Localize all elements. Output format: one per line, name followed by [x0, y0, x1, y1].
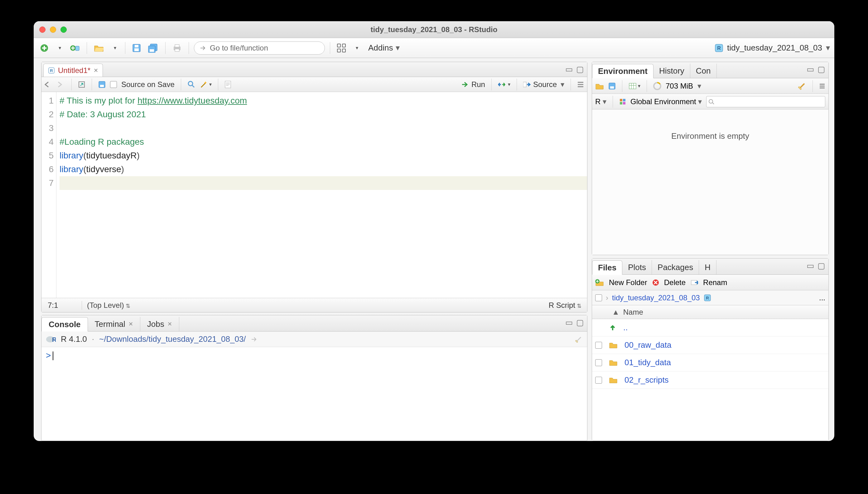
run-label: Run	[471, 80, 485, 89]
tab-plots[interactable]: Plots	[622, 260, 652, 274]
delete-label[interactable]: Delete	[664, 278, 686, 287]
sort-asc-icon[interactable]: ▲	[612, 308, 619, 317]
rename-label[interactable]: Renam	[703, 278, 727, 287]
maximize-pane-icon[interactable]: ▢	[817, 261, 825, 271]
env-scope-dropdown[interactable]: Global Environment ▾	[631, 97, 702, 106]
file-checkbox[interactable]	[595, 377, 602, 384]
rproj-icon[interactable]: R	[704, 294, 711, 302]
chevron-down-icon[interactable]: ▾	[697, 82, 701, 91]
maximize-pane-icon[interactable]: ▢	[817, 64, 825, 74]
tab-connections[interactable]: Con	[690, 64, 717, 78]
delete-button[interactable]	[652, 279, 659, 286]
save-workspace-button[interactable]	[608, 82, 616, 90]
minimize-pane-icon[interactable]: ▭	[807, 261, 814, 271]
re-run-button[interactable]	[498, 81, 510, 88]
folder-icon	[609, 359, 618, 366]
close-tab-button[interactable]: ✕	[94, 67, 98, 74]
addins-menu[interactable]: Addins ▾	[368, 43, 400, 53]
file-checkbox[interactable]	[595, 359, 602, 366]
memory-label[interactable]: 703 MiB	[666, 82, 693, 91]
nav-forward-button[interactable]	[57, 81, 65, 88]
nav-back-button[interactable]	[44, 81, 53, 88]
environment-pane: Environment History Con ▭ ▢ 703 MiB	[592, 62, 829, 255]
file-row[interactable]: ..	[592, 319, 828, 337]
save-all-button[interactable]	[146, 42, 160, 54]
goto-file-function-input[interactable]: Go to file/function	[194, 41, 325, 55]
files-breadcrumb[interactable]: tidy_tuesday_2021_08_03	[612, 293, 700, 302]
env-language-dropdown[interactable]: R ▾	[595, 97, 606, 106]
more-button[interactable]: ...	[819, 293, 825, 302]
clear-console-button[interactable]	[575, 335, 583, 343]
find-button[interactable]	[187, 80, 195, 89]
tab-terminal[interactable]: Terminal✕	[88, 317, 140, 331]
compile-report-button[interactable]	[225, 80, 231, 89]
svg-rect-29	[623, 99, 625, 101]
outline-button[interactable]	[577, 81, 584, 88]
window-title: tidy_tuesday_2021_08_03 - RStudio	[34, 25, 834, 34]
svg-text:R: R	[50, 68, 53, 73]
show-in-new-window-button[interactable]	[78, 81, 85, 88]
magic-wand-button[interactable]	[200, 80, 212, 89]
clear-env-button[interactable]	[797, 82, 806, 91]
source-tab[interactable]: R Untitled1* ✕	[43, 64, 103, 77]
file-name: ..	[623, 323, 628, 332]
file-row[interactable]: 02_r_scripts	[592, 372, 828, 389]
open-recent-dropdown[interactable]	[109, 42, 120, 54]
select-all-checkbox[interactable]	[595, 294, 602, 301]
goto-arrow-icon[interactable]	[251, 336, 257, 342]
tab-jobs[interactable]: Jobs✕	[140, 317, 179, 331]
main-toolbar: Go to file/function Addins ▾ R tidy_tues…	[34, 38, 834, 58]
save-button[interactable]	[130, 42, 143, 54]
open-file-button[interactable]	[92, 42, 106, 54]
scope-selector[interactable]: (Top Level)	[82, 301, 549, 310]
minimize-pane-icon[interactable]: ▭	[807, 64, 814, 74]
minimize-pane-icon[interactable]: ▭	[565, 318, 573, 327]
source-pane: R Untitled1* ✕ ▭ ▢	[41, 62, 587, 312]
tab-packages[interactable]: Packages	[652, 260, 699, 274]
column-name-header[interactable]: Name	[623, 308, 643, 317]
list-grid-toggle[interactable]	[819, 83, 825, 89]
language-selector[interactable]: R Script	[549, 301, 587, 310]
svg-text:R: R	[52, 336, 56, 343]
svg-rect-18	[100, 85, 104, 87]
tab-history[interactable]: History	[654, 64, 690, 78]
close-icon[interactable]: ✕	[168, 321, 172, 327]
code-editor[interactable]: 1234567 # This is my plot for https://ww…	[41, 92, 587, 298]
file-row[interactable]: 00_raw_data	[592, 337, 828, 354]
new-file-dropdown[interactable]	[54, 42, 65, 54]
console-pane: Console Terminal✕ Jobs✕ ▭ ▢ R R 4.1.0 · …	[41, 315, 587, 441]
close-icon[interactable]: ✕	[129, 321, 133, 327]
env-search-input[interactable]	[706, 96, 825, 107]
maximize-pane-icon[interactable]: ▢	[576, 64, 584, 74]
run-button[interactable]: Run	[461, 80, 485, 89]
tab-help[interactable]: H	[699, 260, 716, 274]
source-on-save-checkbox[interactable]	[110, 81, 117, 88]
svg-text:R: R	[717, 45, 721, 51]
chevron-down-icon: ▾	[396, 43, 400, 53]
env-toolbar: 703 MiB ▾	[592, 78, 828, 94]
project-menu[interactable]: R tidy_tuesday_2021_08_03 ▾	[715, 43, 830, 53]
save-source-button[interactable]	[98, 81, 106, 88]
console-body[interactable]: >	[41, 347, 587, 441]
import-dataset-button[interactable]	[629, 83, 640, 90]
load-workspace-button[interactable]	[595, 82, 604, 90]
new-folder-label[interactable]: New Folder	[609, 278, 647, 287]
print-button[interactable]	[171, 42, 184, 54]
new-file-button[interactable]	[38, 42, 51, 54]
new-folder-button[interactable]	[595, 279, 604, 286]
rename-button[interactable]	[691, 279, 698, 286]
panes-layout-button[interactable]	[335, 42, 348, 54]
tab-files[interactable]: Files	[592, 261, 622, 275]
code-area[interactable]: # This is my plot for https://www.tidytu…	[56, 92, 587, 298]
file-checkbox[interactable]	[595, 342, 602, 349]
working-directory[interactable]: ~/Downloads/tidy_tuesday_2021_08_03/	[99, 334, 246, 344]
source-script-button[interactable]: Source ▾	[523, 80, 564, 89]
tab-console[interactable]: Console	[41, 317, 88, 331]
tab-environment[interactable]: Environment	[592, 64, 654, 78]
minimize-pane-icon[interactable]: ▭	[565, 64, 573, 74]
panes-layout-dropdown[interactable]	[351, 42, 362, 54]
file-row[interactable]: 01_tidy_data	[592, 354, 828, 372]
svg-rect-8	[150, 49, 154, 52]
maximize-pane-icon[interactable]: ▢	[576, 318, 584, 327]
new-project-button[interactable]	[68, 42, 82, 54]
